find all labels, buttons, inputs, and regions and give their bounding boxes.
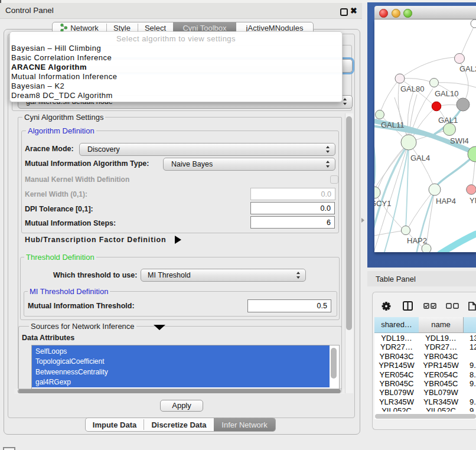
svg-text:HAP4: HAP4 bbox=[436, 197, 456, 206]
svg-text:GAL80: GAL80 bbox=[400, 84, 424, 93]
svg-text:GAL11: GAL11 bbox=[381, 120, 405, 129]
svg-text:HAP2: HAP2 bbox=[407, 236, 427, 245]
svg-text:GAL2: GAL2 bbox=[459, 64, 476, 73]
svg-text:GAL4: GAL4 bbox=[410, 154, 430, 162]
svg-text:SWI4: SWI4 bbox=[450, 136, 469, 145]
svg-text:GCY1: GCY1 bbox=[374, 199, 391, 208]
svg-text:YMR: YMR bbox=[470, 196, 476, 205]
svg-text:GAL10: GAL10 bbox=[435, 89, 458, 98]
svg-text:GAL1: GAL1 bbox=[438, 116, 458, 125]
